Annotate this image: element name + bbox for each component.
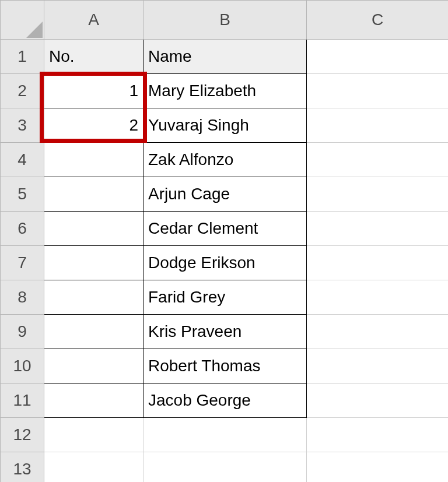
cell-C9[interactable]	[307, 315, 449, 349]
cell-B10[interactable]: Robert Thomas	[144, 349, 307, 384]
cell-C6[interactable]	[307, 212, 449, 246]
row-header-8[interactable]: 8	[1, 280, 44, 315]
col-header-B[interactable]: B	[144, 1, 307, 40]
cell-B5[interactable]: Arjun Cage	[144, 177, 307, 212]
row-2: 2 1 Mary Elizabeth	[1, 74, 449, 108]
row-header-10[interactable]: 10	[1, 349, 44, 384]
row-7: 7 Dodge Erikson	[1, 246, 449, 280]
cell-A2[interactable]: 1	[44, 74, 144, 108]
cell-A5[interactable]	[44, 177, 144, 212]
cell-C13[interactable]	[307, 452, 449, 483]
row-12: 12	[1, 418, 449, 452]
row-3: 3 2 Yuvaraj Singh	[1, 108, 449, 143]
cell-C5[interactable]	[307, 177, 449, 212]
col-header-C[interactable]: C	[307, 1, 449, 40]
row-header-13[interactable]: 13	[1, 452, 44, 483]
grid-table: A B C 1 No. Name 2 1 Mary Elizabeth 3 2 …	[0, 0, 448, 482]
row-header-6[interactable]: 6	[1, 212, 44, 246]
cell-B8[interactable]: Farid Grey	[144, 280, 307, 315]
cell-C1[interactable]	[307, 40, 449, 74]
cell-A8[interactable]	[44, 280, 144, 315]
row-4: 4 Zak Alfonzo	[1, 143, 449, 177]
cell-B13[interactable]	[144, 452, 307, 483]
cell-A6[interactable]	[44, 212, 144, 246]
row-header-1[interactable]: 1	[1, 40, 44, 74]
cell-A1[interactable]: No.	[44, 40, 144, 74]
row-header-12[interactable]: 12	[1, 418, 44, 452]
row-header-2[interactable]: 2	[1, 74, 44, 108]
cell-A10[interactable]	[44, 349, 144, 384]
cell-B11[interactable]: Jacob George	[144, 384, 307, 418]
cell-B1[interactable]: Name	[144, 40, 307, 74]
row-header-4[interactable]: 4	[1, 143, 44, 177]
row-13: 13	[1, 452, 449, 483]
cell-C8[interactable]	[307, 280, 449, 315]
col-header-A[interactable]: A	[44, 1, 144, 40]
cell-C10[interactable]	[307, 349, 449, 384]
cell-C4[interactable]	[307, 143, 449, 177]
cell-B2[interactable]: Mary Elizabeth	[144, 74, 307, 108]
cell-A12[interactable]	[44, 418, 144, 452]
cell-A13[interactable]	[44, 452, 144, 483]
row-header-11[interactable]: 11	[1, 384, 44, 418]
spreadsheet-view: A B C 1 No. Name 2 1 Mary Elizabeth 3 2 …	[0, 0, 448, 482]
row-6: 6 Cedar Clement	[1, 212, 449, 246]
row-9: 9 Kris Praveen	[1, 315, 449, 349]
cell-C11[interactable]	[307, 384, 449, 418]
cell-B7[interactable]: Dodge Erikson	[144, 246, 307, 280]
row-11: 11 Jacob George	[1, 384, 449, 418]
cell-A3[interactable]: 2	[44, 108, 144, 143]
row-header-9[interactable]: 9	[1, 315, 44, 349]
select-all-corner[interactable]	[1, 1, 44, 40]
cell-C3[interactable]	[307, 108, 449, 143]
select-all-triangle-icon	[26, 22, 43, 38]
cell-B12[interactable]	[144, 418, 307, 452]
cell-A11[interactable]	[44, 384, 144, 418]
row-1: 1 No. Name	[1, 40, 449, 74]
row-header-3[interactable]: 3	[1, 108, 44, 143]
cell-A7[interactable]	[44, 246, 144, 280]
column-header-row: A B C	[1, 1, 449, 40]
cell-B6[interactable]: Cedar Clement	[144, 212, 307, 246]
row-header-5[interactable]: 5	[1, 177, 44, 212]
row-10: 10 Robert Thomas	[1, 349, 449, 384]
cell-A4[interactable]	[44, 143, 144, 177]
row-8: 8 Farid Grey	[1, 280, 449, 315]
cell-A9[interactable]	[44, 315, 144, 349]
cell-B4[interactable]: Zak Alfonzo	[144, 143, 307, 177]
cell-B3[interactable]: Yuvaraj Singh	[144, 108, 307, 143]
row-header-7[interactable]: 7	[1, 246, 44, 280]
cell-B9[interactable]: Kris Praveen	[144, 315, 307, 349]
cell-C7[interactable]	[307, 246, 449, 280]
cell-C2[interactable]	[307, 74, 449, 108]
svg-marker-0	[26, 22, 43, 38]
row-5: 5 Arjun Cage	[1, 177, 449, 212]
cell-C12[interactable]	[307, 418, 449, 452]
